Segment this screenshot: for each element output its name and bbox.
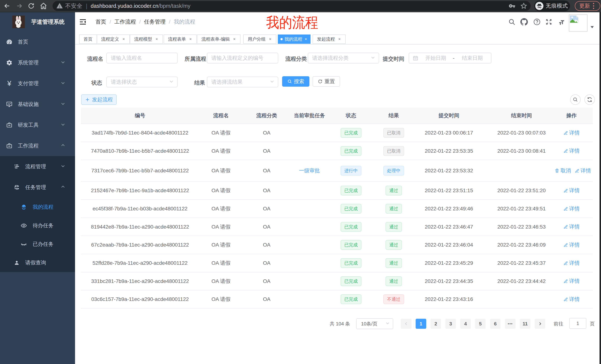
svg-text:我的流程: 我的流程 bbox=[266, 14, 318, 31]
